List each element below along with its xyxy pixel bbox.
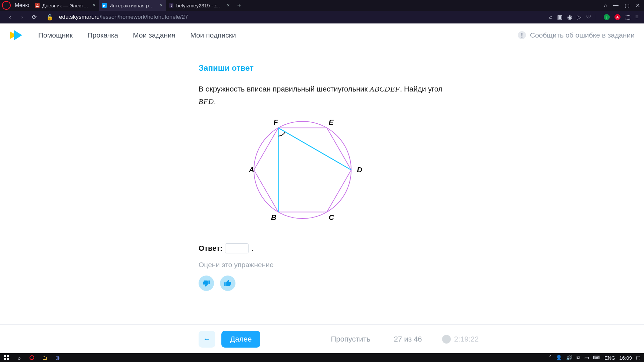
tray-battery-icon[interactable]: ▭ bbox=[584, 355, 589, 361]
nav-upgrade[interactable]: Прокачка bbox=[88, 31, 118, 39]
timer: 2:19:22 bbox=[442, 335, 479, 344]
tab-favicon-icon: Д bbox=[35, 3, 40, 8]
vertex-label-C: C bbox=[329, 213, 334, 222]
ext-heart-icon[interactable]: ♡ bbox=[586, 14, 591, 21]
task-text-part: . bbox=[214, 97, 216, 106]
nav-my-tasks[interactable]: Мои задания bbox=[133, 31, 175, 39]
vertex-label-E: E bbox=[329, 118, 334, 126]
clock-icon bbox=[442, 335, 451, 344]
start-button[interactable] bbox=[0, 353, 13, 362]
tray-action-center-icon[interactable]: ▢ bbox=[636, 355, 641, 361]
system-tray: ˄ 👤 🔊 ⧉ ▭ ⌨ ENG 16:09 ▢ bbox=[546, 355, 644, 361]
rate-label: Оцени это упражнение bbox=[199, 261, 453, 269]
answer-row: Ответ: . bbox=[199, 243, 453, 253]
nav-reload-icon[interactable]: ⟳ bbox=[31, 14, 38, 21]
ext-play-icon[interactable]: ▷ bbox=[577, 14, 581, 21]
task-title: Запиши ответ bbox=[199, 63, 453, 73]
nav-forward-icon: › bbox=[19, 14, 25, 20]
site-logo-icon[interactable] bbox=[9, 29, 23, 41]
vertex-label-B: B bbox=[271, 213, 276, 222]
tray-chevron-up-icon[interactable]: ˄ bbox=[549, 355, 552, 361]
nav-subscriptions[interactable]: Мои подписки bbox=[190, 31, 236, 39]
nav-back-icon[interactable]: ‹ bbox=[7, 14, 13, 20]
tray-keyboard-icon[interactable]: ⌨ bbox=[593, 355, 600, 361]
tray-network-icon[interactable]: ⧉ bbox=[577, 355, 580, 361]
tab-close-icon[interactable]: × bbox=[91, 2, 96, 8]
skip-button[interactable]: Пропустить bbox=[331, 335, 370, 344]
report-error-label: Сообщить об ошибке в задании bbox=[530, 31, 635, 39]
browser-menu-button[interactable]: Меню bbox=[12, 2, 32, 8]
windows-taskbar: ⌕ 🗀 ◑ ˄ 👤 🔊 ⧉ ▭ ⌨ ENG 16:09 ▢ bbox=[0, 353, 644, 362]
site-header: Помощник Прокачка Мои задания Мои подпис… bbox=[0, 23, 644, 47]
thumbs-up-button[interactable] bbox=[220, 276, 235, 291]
task-opera-icon[interactable] bbox=[25, 353, 38, 362]
task-container: Запиши ответ В окружность вписан правиль… bbox=[199, 47, 453, 291]
ext-shield-icon[interactable]: ◉ bbox=[567, 14, 572, 21]
report-error-button[interactable]: ! Сообщить об ошибке в задании bbox=[518, 31, 635, 39]
tab-favicon-icon: З bbox=[169, 3, 173, 8]
close-window-icon[interactable]: ✕ bbox=[636, 2, 640, 9]
nav-helper[interactable]: Помощник bbox=[38, 31, 73, 39]
tray-people-icon[interactable]: 👤 bbox=[556, 355, 562, 361]
browser-titlebar: Меню Д Дневник — Электронный × ▶ Интерак… bbox=[0, 0, 644, 11]
svg-rect-9 bbox=[7, 358, 9, 360]
tab-close-icon[interactable]: × bbox=[158, 2, 163, 8]
task-explorer-icon[interactable]: 🗀 bbox=[38, 353, 51, 362]
ext-cube-icon[interactable]: ⬚ bbox=[625, 14, 631, 21]
answer-input[interactable] bbox=[225, 243, 249, 253]
tray-lang[interactable]: ENG bbox=[604, 355, 615, 361]
new-tab-button[interactable]: + bbox=[233, 2, 245, 9]
svg-marker-3 bbox=[254, 128, 351, 212]
maximize-icon[interactable]: ▢ bbox=[625, 2, 630, 9]
prev-task-button[interactable]: ← bbox=[199, 331, 215, 348]
ext-down-arrow-icon[interactable]: ↓ bbox=[604, 14, 610, 20]
next-label: Далее bbox=[230, 335, 252, 344]
browser-addressbar: ‹ › ⟳ 🔒 edu.skysmart.ru/lesson/homework/… bbox=[0, 11, 644, 23]
vertex-label-A: A bbox=[249, 166, 254, 174]
timer-value: 2:19:22 bbox=[454, 335, 479, 344]
task-text-part: . Найди угол bbox=[400, 85, 442, 93]
thumbs-up-icon bbox=[224, 280, 231, 287]
svg-rect-7 bbox=[7, 355, 9, 357]
bottom-bar: ← Далее Пропустить 27 из 46 2:19:22 bbox=[0, 324, 644, 353]
svg-rect-6 bbox=[4, 355, 6, 357]
url-path: /lesson/homework/hofohufonele/27 bbox=[100, 14, 188, 20]
search-icon[interactable]: ⌕ bbox=[604, 2, 607, 8]
content-area: Запиши ответ В окружность вписан правиль… bbox=[0, 47, 644, 324]
title-right-icons: ⌕ — ▢ ✕ bbox=[600, 2, 644, 9]
minimize-icon[interactable]: — bbox=[613, 2, 619, 8]
ext-adblock-icon[interactable]: A bbox=[614, 14, 621, 20]
tab-close-icon[interactable]: × bbox=[225, 2, 230, 8]
tray-clock[interactable]: 16:09 bbox=[619, 355, 632, 361]
exclamation-icon: ! bbox=[518, 31, 526, 39]
tab-favicon-icon: ▶ bbox=[102, 3, 106, 8]
vertex-label-F: F bbox=[274, 118, 278, 126]
ext-camera-icon[interactable]: ▣ bbox=[557, 14, 562, 21]
ext-menu-icon[interactable]: ≡ bbox=[635, 14, 639, 20]
vertex-label-D: D bbox=[357, 166, 362, 174]
rate-buttons bbox=[199, 276, 453, 291]
url-field[interactable]: edu.skysmart.ru/lesson/homework/hofohufo… bbox=[59, 14, 188, 20]
browser-tab[interactable]: З belyizmey2319 - znanija.co × bbox=[166, 0, 233, 11]
task-counter: 27 из 46 bbox=[394, 335, 422, 344]
arrow-left-icon: ← bbox=[203, 335, 211, 344]
thumbs-down-button[interactable] bbox=[199, 276, 214, 291]
next-task-button[interactable]: Далее bbox=[221, 331, 260, 348]
task-text: В окружность вписан правильный шестиугол… bbox=[199, 83, 453, 108]
task-text-part: В окружность вписан правильный шестиугол… bbox=[199, 85, 370, 93]
answer-label: Ответ: bbox=[199, 244, 222, 253]
math-expr: ABCDEF bbox=[370, 85, 400, 93]
windows-icon bbox=[4, 355, 9, 360]
site-nav: Помощник Прокачка Мои задания Мои подпис… bbox=[38, 31, 236, 39]
answer-dot: . bbox=[251, 244, 253, 253]
separator bbox=[596, 14, 599, 20]
browser-tab[interactable]: Д Дневник — Электронный × bbox=[32, 0, 99, 11]
opera-logo-icon bbox=[2, 1, 11, 10]
tray-volume-icon[interactable]: 🔊 bbox=[566, 355, 573, 361]
ext-search-icon[interactable]: ⌕ bbox=[549, 14, 552, 20]
lock-icon[interactable]: 🔒 bbox=[46, 14, 53, 21]
task-search-icon[interactable]: ⌕ bbox=[13, 353, 25, 362]
task-discord-icon[interactable]: ◑ bbox=[51, 353, 64, 362]
geometry-figure: F E D C B A bbox=[249, 118, 453, 227]
browser-tab[interactable]: ▶ Интерактивная рабочая т × bbox=[99, 0, 166, 11]
